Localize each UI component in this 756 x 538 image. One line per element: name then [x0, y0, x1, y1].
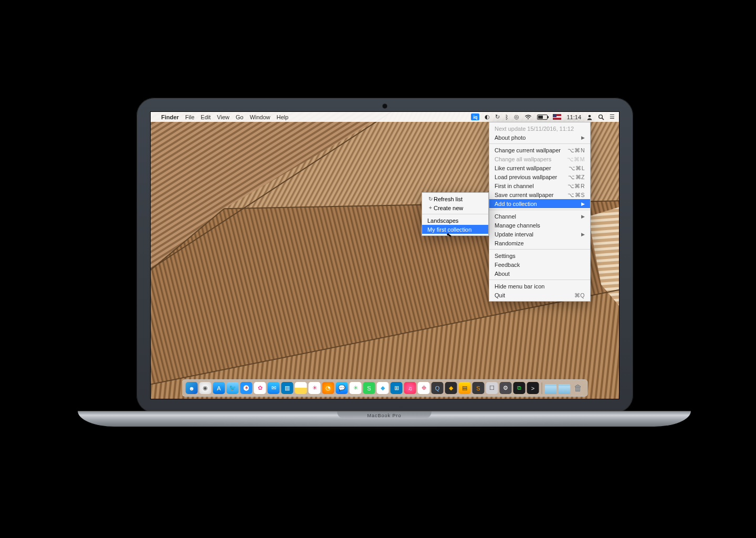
- dock-app-trello[interactable]: ▥: [281, 382, 293, 394]
- dock-app-sys-prefs[interactable]: ⚙: [500, 382, 512, 394]
- menu-item-label: Like current wallpaper: [495, 165, 569, 171]
- menu-item[interactable]: About photo▶: [489, 133, 590, 142]
- menu-item-label: About: [495, 271, 585, 277]
- plus-icon: +: [427, 205, 434, 211]
- menu-app-name[interactable]: Finder: [161, 114, 179, 120]
- dock-app-app3[interactable]: ❉: [418, 382, 430, 394]
- submenu-item[interactable]: ↻Refresh list: [422, 194, 488, 203]
- dock-app-notes[interactable]: [295, 382, 307, 394]
- clock[interactable]: 11:14: [566, 114, 581, 120]
- dock-downloads[interactable]: [545, 384, 557, 394]
- menu-item[interactable]: Update interval▶: [489, 230, 590, 239]
- user-icon[interactable]: [586, 114, 593, 120]
- menu-item[interactable]: Load previous wallpaper⌥⌘Z: [489, 172, 590, 181]
- wifi-icon[interactable]: [524, 115, 532, 120]
- menu-item-label: About photo: [495, 134, 581, 141]
- menu-item[interactable]: Manage channels: [489, 221, 590, 230]
- spotlight-icon[interactable]: [598, 114, 604, 120]
- menu-file[interactable]: File: [185, 114, 195, 120]
- menu-item-label: Next update 15/11/2016, 11:12: [495, 126, 585, 132]
- menu-go[interactable]: Go: [236, 114, 244, 120]
- menu-item: Next update 15/11/2016, 11:12: [489, 124, 590, 133]
- submenu-item[interactable]: Landscapes: [422, 216, 488, 225]
- dock-app-mail[interactable]: ✉: [268, 382, 280, 394]
- input-source-icon[interactable]: [553, 114, 561, 120]
- svg-point-21: [599, 115, 603, 118]
- dock-documents[interactable]: [559, 384, 571, 394]
- dock-app-twitter[interactable]: 🐦: [227, 382, 239, 394]
- sync-icon[interactable]: ↻: [495, 113, 500, 120]
- dock-app-itunes[interactable]: ♫: [404, 382, 416, 394]
- menu-item-shortcut: ⌥⌘Z: [568, 174, 585, 180]
- submenu-chevron-icon: ▶: [581, 214, 585, 219]
- do-not-disturb-icon[interactable]: ◐: [485, 113, 490, 120]
- bluetooth-icon[interactable]: ᛒ: [505, 114, 509, 120]
- submenu-item-label: Create new: [434, 205, 463, 211]
- submenu-item[interactable]: My first collection⬉: [422, 225, 488, 234]
- laptop-shadow: [78, 421, 691, 442]
- dock-app-trello2[interactable]: ⊞: [391, 382, 403, 394]
- menu-item[interactable]: First in channel⌥⌘R: [489, 181, 590, 190]
- menu-item[interactable]: Add to collection▶: [489, 199, 590, 208]
- menu-help[interactable]: Help: [277, 114, 289, 120]
- display-icon[interactable]: ◎: [514, 113, 519, 120]
- battery-icon[interactable]: [537, 115, 548, 120]
- menu-bar-right: iq ◐ ↻ ᛒ ◎ 11:14 ☰: [471, 113, 615, 120]
- submenu-item[interactable]: +Create new: [422, 203, 488, 212]
- laptop-label: MacBook Pro: [78, 413, 691, 418]
- dock-app-messages[interactable]: 💬: [336, 382, 348, 394]
- menu-view[interactable]: View: [217, 114, 229, 120]
- menu-item[interactable]: Feedback: [489, 260, 590, 269]
- dock-app-quicktime[interactable]: Q: [432, 382, 444, 394]
- menu-item-shortcut: ⌘Q: [574, 292, 585, 298]
- menu-item-label: Feedback: [495, 262, 585, 268]
- dock-app-photos[interactable]: ✿: [254, 382, 266, 394]
- menu-item[interactable]: Channel▶: [489, 212, 590, 221]
- menu-item[interactable]: Randomize: [489, 239, 590, 247]
- dock-separator: [542, 382, 542, 394]
- menu-window[interactable]: Window: [250, 114, 270, 120]
- menu-item-label: Save current wallpaper: [495, 192, 568, 198]
- menu-separator: [489, 249, 590, 250]
- dock-app-safari[interactable]: ✶: [240, 382, 253, 394]
- menu-item-label: Randomize: [495, 240, 585, 246]
- dock-app-finder[interactable]: ☻: [186, 382, 198, 394]
- dock-app-terminal[interactable]: >: [527, 382, 539, 394]
- dock-app-sublime[interactable]: S: [472, 382, 485, 394]
- desktop-screen: Finder File Edit View Go Window Help iq …: [150, 111, 620, 399]
- dock-app-launchpad[interactable]: ◉: [200, 382, 212, 394]
- menu-separator: [422, 214, 488, 214]
- dock-app-activity[interactable]: ⧉: [513, 382, 526, 394]
- submenu-item-label: Refresh list: [434, 196, 463, 202]
- dock-app-sketch[interactable]: ◆: [445, 382, 457, 394]
- menu-item[interactable]: Hide menu bar icon: [489, 282, 590, 291]
- menu-item[interactable]: Quit⌘Q: [489, 291, 590, 299]
- menu-item-label: First in channel: [495, 183, 568, 189]
- submenu-chevron-icon: ▶: [581, 201, 585, 206]
- menu-item-label: Quit: [495, 292, 574, 298]
- menu-item-shortcut: ⌥⌘L: [569, 165, 585, 171]
- menu-item[interactable]: Settings: [489, 251, 590, 260]
- menu-item[interactable]: Save current wallpaper⌥⌘S: [489, 190, 590, 199]
- dock-app-sketch-cloud[interactable]: S: [363, 382, 375, 394]
- notification-center-icon[interactable]: ☰: [610, 113, 615, 120]
- dock-app-firefox[interactable]: ◔: [322, 382, 334, 394]
- dock-app-slack[interactable]: ✳: [309, 382, 321, 394]
- menu-item[interactable]: Like current wallpaper⌥⌘L: [489, 163, 590, 172]
- menu-item-label: Hide menu bar icon: [495, 283, 585, 289]
- dock-app-app4[interactable]: ▤: [459, 382, 471, 394]
- menu-item-label: Update interval: [495, 231, 581, 237]
- dock-app-app1[interactable]: ✳: [350, 382, 362, 394]
- dock-app-app2[interactable]: ◆: [377, 382, 389, 394]
- menubar-dropdown: Next update 15/11/2016, 11:12About photo…: [489, 122, 591, 302]
- menubar-app-icon[interactable]: iq: [471, 113, 479, 120]
- menu-item[interactable]: About: [489, 269, 590, 278]
- menu-edit[interactable]: Edit: [201, 114, 211, 120]
- menu-bar-left: Finder File Edit View Go Window Help: [155, 114, 288, 120]
- menu-item[interactable]: Change current wallpaper⌥⌘N: [489, 146, 590, 154]
- dock-app-app-store[interactable]: A: [213, 382, 225, 394]
- dock-app-app5[interactable]: ☐: [486, 382, 498, 394]
- svg-line-22: [602, 118, 604, 119]
- dock-trash[interactable]: 🗑: [572, 382, 584, 394]
- menu-item-shortcut: ⌥⌘M: [567, 156, 585, 162]
